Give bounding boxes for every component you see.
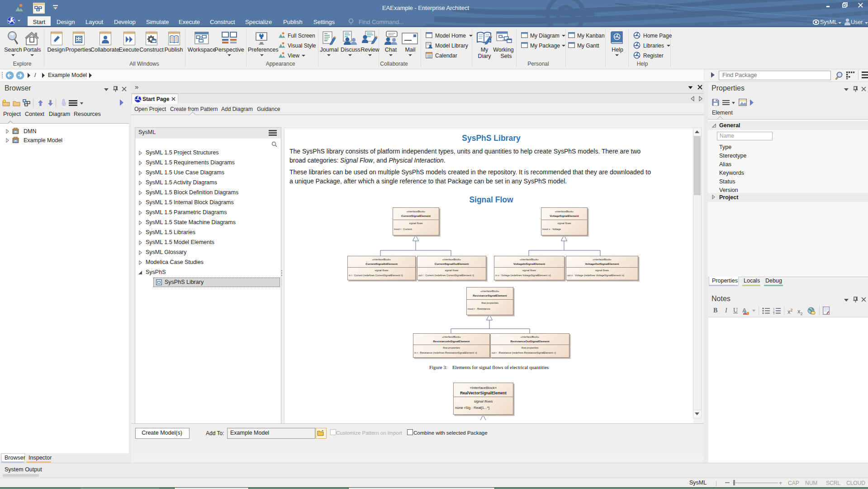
svg-text:3: 3 xyxy=(773,312,775,314)
